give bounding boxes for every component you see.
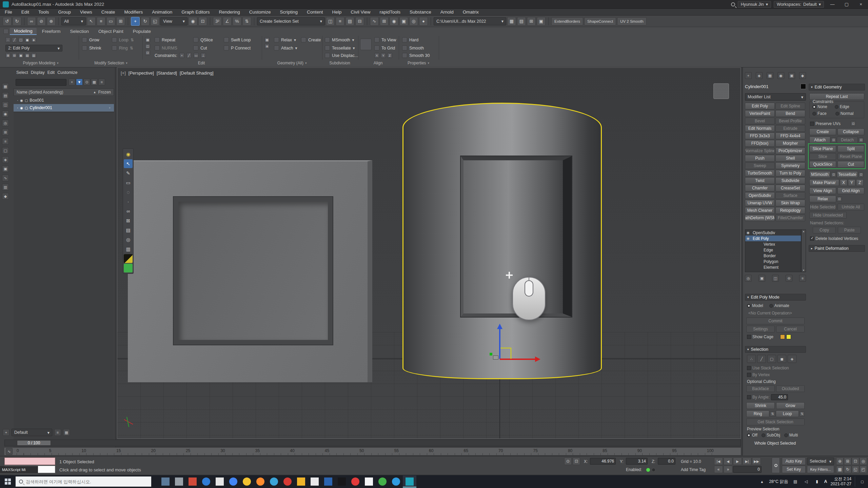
display-all-icon[interactable]: ▦ [2, 83, 9, 90]
gizmo-plane-handle-h[interactable] [500, 348, 511, 348]
previous-modifier-icon[interactable]: ▤ [25, 53, 30, 58]
add-time-tag[interactable]: Add Time Tag [681, 467, 706, 472]
toggle-ribbon-icon[interactable]: ⊟ [355, 17, 364, 26]
zoom-icon[interactable]: ⊕ [836, 458, 844, 465]
taskbar-app-icon[interactable] [362, 475, 376, 488]
detach-settings-button[interactable]: ⊡ [859, 138, 864, 143]
hard-button[interactable]: Hard [409, 38, 418, 42]
workspaces-dropdown[interactable]: Workspaces: Default ▾ [774, 1, 824, 8]
select-by-name-icon[interactable]: ≡ [97, 17, 105, 26]
ime-indicator[interactable]: A [824, 479, 827, 484]
menu-item[interactable]: Animation [152, 9, 172, 15]
modifier-stack-row[interactable]: ◉ OpenSubdiv [745, 230, 801, 236]
tab-display-icon[interactable]: ▣ [788, 72, 795, 79]
taskbar-app-icon[interactable] [294, 475, 308, 488]
menu-item[interactable]: File [5, 9, 12, 15]
ring-button[interactable]: Ring [746, 410, 769, 417]
ring-spinner[interactable]: ⇅ [770, 411, 775, 416]
element-subobject-icon[interactable]: ◈ [788, 355, 796, 363]
planar-y-button[interactable]: Y [848, 179, 855, 186]
vertex-subobject-icon[interactable]: ∴ [747, 355, 756, 363]
tab-motion-icon[interactable]: ◉ [777, 72, 784, 79]
modifier-button[interactable]: Normalize Spline [745, 147, 775, 154]
cage-color-swatch-2[interactable] [786, 334, 791, 339]
delete-isolated-vertices-checkbox[interactable] [810, 237, 814, 241]
next-frame-button[interactable]: ▶| [743, 458, 751, 465]
eye-icon[interactable]: ◉ [124, 150, 133, 159]
modifier-button[interactable]: Symmetry [775, 162, 805, 169]
constraint-edge-icon[interactable]: ╱ [186, 53, 192, 58]
layout-grid-icon[interactable]: ▦ [63, 429, 70, 436]
modifier-button[interactable]: FFD 4x4x4 [775, 133, 805, 139]
maximize-viewport-icon[interactable]: ◰ [860, 466, 867, 473]
modifier-button[interactable]: Surface [775, 192, 805, 199]
shrink-button[interactable]: Shrink [89, 46, 101, 50]
filter-funnel-icon[interactable]: ▼ [76, 79, 83, 85]
preview-subobj-radio[interactable] [762, 433, 765, 437]
align-z-button[interactable]: Z [387, 53, 392, 58]
smooth-button[interactable]: Smooth [409, 46, 424, 50]
display-groups-icon[interactable]: ▢ [2, 147, 9, 154]
custom-tool-icon-1[interactable]: ▦ [507, 17, 516, 26]
display-materials-icon[interactable]: ▥ [2, 184, 9, 190]
tab-utilities-icon[interactable]: ◆ [799, 72, 806, 79]
rollout-header-edit-poly-mode[interactable]: ▾Edit Poly Mode [745, 294, 806, 301]
visibility-eye-icon[interactable]: ◉ [747, 231, 751, 235]
modifier-button[interactable]: Retopology [775, 207, 805, 214]
ring-button[interactable]: Ring [119, 46, 128, 50]
preserve-uvs-checkbox[interactable] [810, 122, 814, 126]
expand-stack-icon[interactable]: ⊞ [5, 53, 11, 58]
border-subobject-icon[interactable]: ▢ [18, 37, 23, 42]
gizmo-center-box[interactable] [493, 355, 498, 360]
select-and-scale-icon[interactable]: ◱ [151, 17, 159, 26]
weather-widget[interactable]: 28°C 맑음 [769, 479, 788, 485]
pencil-icon[interactable]: ✎ [124, 169, 133, 178]
object-name[interactable]: Cylinder001 [745, 84, 768, 89]
edge-subobject-icon[interactable]: ╱ [12, 37, 17, 42]
by-angle-field[interactable]: 45.0 [771, 394, 788, 400]
swift-loop-button[interactable]: Swift Loop [231, 38, 251, 42]
menu-item[interactable]: rapidTools [379, 9, 400, 15]
attach-button[interactable]: Attach [281, 46, 293, 50]
modifier-button[interactable]: Edit Poly [745, 103, 775, 109]
menu-item[interactable]: Tools [38, 9, 49, 15]
modifier-button[interactable]: FFD 3x3x3 [745, 133, 775, 139]
modifier-button[interactable]: Extrude [775, 125, 805, 132]
pconnect-button[interactable]: P Connect [231, 46, 251, 50]
rollout-header-paint-deformation[interactable]: ▸Paint Deformation [809, 245, 865, 252]
enabled-led-on[interactable] [646, 468, 650, 472]
taskbar-app-icon[interactable] [199, 475, 213, 488]
time-slider-track[interactable]: 0 / 100 [4, 440, 741, 446]
menu-item[interactable]: Content [307, 9, 323, 15]
model-radio[interactable] [747, 304, 751, 308]
polygon-subobject-icon[interactable]: ◼ [25, 37, 30, 42]
menu-item[interactable]: Graph Editors [181, 9, 210, 15]
polygon-subobject-icon[interactable]: ◼ [777, 355, 786, 363]
menu-item[interactable]: Civil View [351, 9, 370, 15]
track-bar[interactable]: ∿ 05101520253035404550556065707580859095… [4, 447, 741, 455]
cylinder001-object[interactable] [402, 103, 602, 379]
enabled-led-off[interactable] [652, 468, 655, 472]
modifier-button[interactable]: Push [745, 155, 775, 162]
select-and-rotate-icon[interactable]: ↻ [141, 17, 150, 26]
attach-list-button[interactable]: ⊡ [831, 138, 836, 143]
modifier-stack-row[interactable]: Edge [745, 247, 801, 253]
tray-expand-icon[interactable]: ▴ [758, 478, 766, 485]
reset-plane-button[interactable]: Reset Plane [837, 153, 864, 160]
modifier-button[interactable]: Turn to Poly [775, 170, 805, 177]
quickslice-button[interactable]: QuickSlice [809, 161, 836, 168]
display-helpers-icon[interactable]: ⊞ [2, 129, 9, 136]
explorer-menu-item[interactable]: Display [31, 70, 45, 75]
clipboard-icon[interactable]: ▥ [124, 245, 133, 253]
shape-connect-button[interactable]: ShapeConnect [584, 17, 616, 25]
modifier-button[interactable]: Morpher [775, 140, 805, 147]
ribbon-tab[interactable]: Modeling [10, 28, 37, 35]
angle-snap-toggle-icon[interactable]: ∠ [223, 17, 232, 26]
lock-explorer-icon[interactable]: ⊙ [83, 79, 90, 85]
pan-icon[interactable]: ▦ [836, 466, 844, 473]
use-displacement-toggle[interactable]: Use Displac... [332, 53, 358, 58]
viewport-menu-general[interactable]: [+] [121, 70, 126, 76]
align-icon[interactable]: ≡ [336, 17, 344, 26]
modifier-button[interactable]: Subdivide [775, 177, 805, 184]
collapse-geometry-icon[interactable]: ▩ [264, 37, 270, 42]
